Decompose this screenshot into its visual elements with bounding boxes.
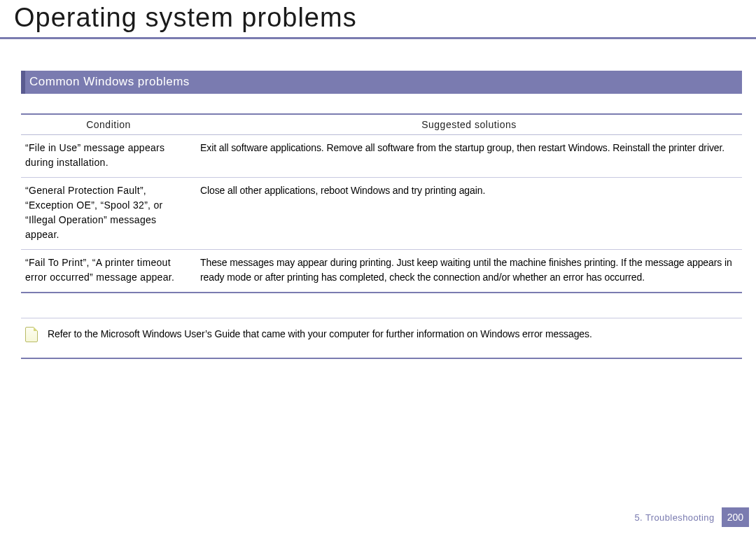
cell-solution: Exit all software applications. Remove a…: [196, 135, 742, 178]
footer-chapter: 5. Troubleshooting: [634, 512, 714, 523]
page-title: Operating system problems: [0, 0, 756, 39]
table-header-row: Condition Suggested solutions: [21, 114, 742, 135]
cell-solution: Close all other applications, reboot Win…: [196, 178, 742, 250]
note-box: Refer to the Microsoft Windows User’s Gu…: [21, 318, 742, 359]
header-condition: Condition: [21, 114, 196, 135]
note-icon: [25, 327, 38, 342]
header-solutions: Suggested solutions: [196, 114, 742, 135]
cell-condition: “File in Use” message appears during ins…: [21, 135, 196, 178]
problems-table: Condition Suggested solutions “File in U…: [21, 113, 742, 293]
content-area: Common Windows problems Condition Sugges…: [0, 39, 756, 359]
footer: 5. Troubleshooting 200: [634, 507, 749, 527]
cell-condition: “General Protection Fault”, “Exception O…: [21, 178, 196, 250]
table-row: “Fail To Print”, “A printer timeout erro…: [21, 250, 742, 293]
note-text: Refer to the Microsoft Windows User’s Gu…: [48, 327, 592, 339]
cell-solution: These messages may appear during printin…: [196, 250, 742, 293]
cell-condition: “Fail To Print”, “A printer timeout erro…: [21, 250, 196, 293]
table-row: “File in Use” message appears during ins…: [21, 135, 742, 178]
table-row: “General Protection Fault”, “Exception O…: [21, 178, 742, 250]
footer-page-number: 200: [722, 507, 749, 527]
section-heading: Common Windows problems: [21, 71, 742, 94]
